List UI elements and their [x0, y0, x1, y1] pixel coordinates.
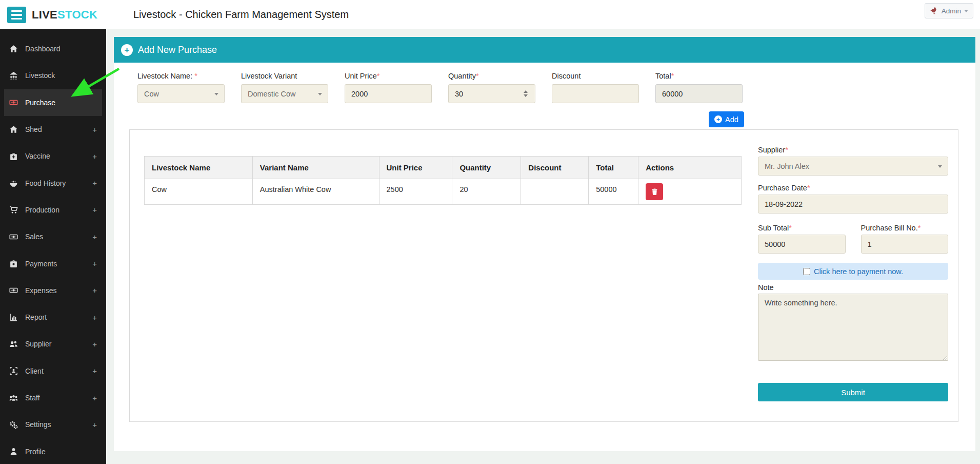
supplier-label: Supplier* — [758, 146, 948, 154]
livestock-name-label: Livestock Name: * — [137, 72, 225, 80]
sub-total-input[interactable] — [765, 240, 839, 248]
plus-circle-icon: + — [714, 115, 722, 123]
note-label: Note — [758, 283, 948, 292]
table-header-total: Total — [589, 157, 638, 179]
plus-circle-icon: + — [121, 44, 133, 56]
sidebar-item-label: Report — [25, 313, 47, 321]
table-header-actions: Actions — [638, 157, 742, 179]
expand-plus-icon: + — [92, 179, 97, 187]
purchase-form-card: Livestock Name: *CowLivestock VariantDom… — [114, 63, 975, 451]
sidebar: DashboardLivestockPurchaseShed+Vaccine+F… — [0, 29, 106, 464]
purchase-item-form-row: Livestock Name: *CowLivestock VariantDom… — [114, 63, 975, 103]
home-icon — [9, 125, 18, 134]
sidebar-item-vaccine[interactable]: Vaccine+ — [0, 143, 106, 169]
sidebar-item-shed[interactable]: Shed+ — [0, 116, 106, 143]
discount-field — [552, 84, 639, 103]
purchase-date-input[interactable] — [765, 200, 942, 208]
payment-now-checkbox[interactable] — [803, 268, 810, 275]
table-cell-livestock-name: Cow — [145, 179, 253, 205]
total-field-col: Total* — [655, 72, 743, 103]
expand-plus-icon: + — [92, 205, 97, 214]
note-textarea[interactable] — [758, 294, 948, 361]
table-cell-unit-price: 2500 — [379, 179, 452, 205]
sidebar-item-payments[interactable]: Payments+ — [0, 250, 106, 277]
supplier-value: Mr. John Alex — [765, 162, 809, 170]
sidebar-item-report[interactable]: Report+ — [0, 304, 106, 331]
sidebar-item-label: Payments — [25, 260, 57, 268]
quantity-stepper[interactable] — [523, 89, 529, 98]
payment-now-banner[interactable]: Click here to payment now. — [758, 263, 948, 280]
livestock-variant-select[interactable]: Domestic Cow — [241, 84, 328, 103]
livestock-variant-field-col: Livestock VariantDomestic Cow — [241, 72, 328, 103]
sidebar-nav: DashboardLivestockPurchaseShed+Vaccine+F… — [0, 35, 106, 464]
purchase-items-table: Livestock NameVariant NameUnit PriceQuan… — [144, 156, 742, 205]
supplier-select[interactable]: Mr. John Alex — [758, 157, 948, 176]
money-icon — [9, 233, 18, 241]
sidebar-item-purchase[interactable]: Purchase — [4, 89, 102, 116]
sidebar-item-food-history[interactable]: Food History+ — [0, 169, 106, 196]
sidebar-item-label: Dashboard — [25, 45, 61, 53]
sidebar-item-label: Profile — [25, 448, 46, 456]
admin-label: Admin — [942, 7, 961, 15]
sidebar-item-profile[interactable]: Profile — [0, 438, 106, 464]
livestock-variant-label: Livestock Variant — [241, 72, 328, 80]
table-cell-total: 50000 — [589, 179, 638, 205]
barn-icon — [9, 71, 18, 80]
sidebar-item-label: Client — [25, 367, 44, 375]
table-cell-actions — [638, 179, 742, 205]
discount-label: Discount — [552, 72, 639, 80]
person-icon — [9, 447, 18, 456]
sidebar-item-label: Settings — [25, 420, 51, 429]
money-icon — [9, 286, 18, 295]
delete-row-button[interactable] — [646, 183, 663, 200]
table-header-discount: Discount — [521, 157, 589, 179]
discount-input[interactable] — [558, 90, 632, 98]
sidebar-item-settings[interactable]: Settings+ — [0, 411, 106, 438]
kit-coin-icon — [9, 259, 18, 268]
table-row: CowAustralian White Cow25002050000 — [145, 179, 742, 205]
sidebar-item-livestock[interactable]: Livestock — [0, 62, 106, 89]
sidebar-item-client[interactable]: Client+ — [0, 358, 106, 384]
payment-now-label: Click here to payment now. — [814, 267, 903, 276]
purchase-date-label: Purchase Date* — [758, 184, 948, 192]
trash-icon — [651, 188, 658, 196]
purchase-bill-no-field — [861, 235, 949, 254]
expand-plus-icon: + — [92, 313, 97, 322]
livestock-name-select[interactable]: Cow — [137, 84, 225, 103]
sidebar-item-dashboard[interactable]: Dashboard — [0, 35, 106, 62]
sidebar-item-sales[interactable]: Sales+ — [0, 223, 106, 250]
table-header-quantity: Quantity — [452, 157, 521, 179]
medkit-icon — [9, 152, 18, 161]
unit-price-label: Unit Price* — [345, 72, 432, 80]
sidebar-item-production[interactable]: Production+ — [0, 197, 106, 223]
users-icon — [9, 340, 18, 349]
main-content: + Add New Purchase Livestock Name: *CowL… — [106, 29, 980, 464]
sidebar-item-staff[interactable]: Staff+ — [0, 384, 106, 411]
expand-plus-icon: + — [92, 259, 97, 268]
app-root: LIVESTOCK Livestock - Chicken Farm Manag… — [0, 0, 980, 464]
submit-button[interactable]: Submit — [758, 383, 948, 401]
discount-field-col: Discount — [552, 72, 639, 103]
sidebar-item-label: Supplier — [25, 340, 51, 348]
admin-menu-button[interactable]: Admin — [925, 3, 973, 18]
expand-plus-icon: + — [92, 340, 97, 349]
quantity-input[interactable] — [455, 90, 523, 98]
sidebar-item-label: Vaccine — [25, 152, 50, 160]
total-input[interactable] — [662, 90, 736, 98]
unit-price-field-col: Unit Price* — [345, 72, 432, 103]
table-cell-quantity: 20 — [452, 179, 521, 205]
livestock-name-field-col: Livestock Name: *Cow — [137, 72, 225, 103]
add-button[interactable]: + Add — [709, 111, 744, 127]
banner-title: Add New Purchase — [138, 45, 217, 55]
table-cell-discount — [521, 179, 589, 205]
hamburger-menu-button[interactable] — [7, 7, 26, 23]
purchase-details-panel: Livestock NameVariant NameUnit PriceQuan… — [129, 129, 958, 422]
unit-price-input[interactable] — [351, 90, 425, 98]
sidebar-item-label: Production — [25, 206, 59, 214]
sidebar-item-supplier[interactable]: Supplier+ — [0, 331, 106, 357]
quantity-field-col: Quantity* — [448, 72, 535, 103]
sidebar-item-expenses[interactable]: Expenses+ — [0, 277, 106, 304]
expand-plus-icon: + — [92, 366, 97, 375]
purchase-bill-no-input[interactable] — [868, 240, 942, 248]
bowl-icon — [9, 179, 18, 187]
